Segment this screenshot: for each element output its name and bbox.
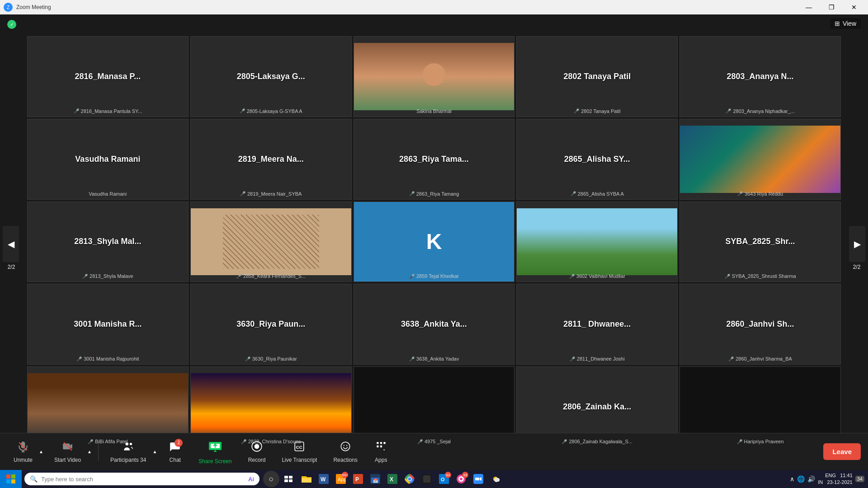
- participant-tile[interactable]: 2816_Manasa P... 🎤 2816_Manasa Pantula S…: [27, 36, 189, 117]
- participant-tile[interactable]: 2811_ Dhwanee... 🎤 2811_Dhwanee Joshi: [516, 284, 678, 365]
- participant-tile[interactable]: 2865_Alisha SY... 🎤 2865_Alisha SYBA A: [516, 119, 678, 200]
- start-menu-button[interactable]: [0, 470, 22, 488]
- participant-tile[interactable]: 2863_Riya Tama... 🎤 2863_Riya Tamang: [354, 119, 515, 200]
- time-display: ENG 11:41: [818, 472, 852, 479]
- mute-icon: 🎤: [236, 274, 241, 279]
- participant-photo: [354, 43, 514, 110]
- participant-tile[interactable]: 🎤 2858_Keara Fernandes_S...: [190, 202, 352, 282]
- participant-tile[interactable]: K 🎤 2859 Tejal Khedkar: [354, 202, 515, 282]
- participant-tile[interactable]: Sakina Bharmal: [354, 36, 515, 117]
- participant-display-name: 2819_Meera Na...: [236, 153, 306, 166]
- mute-icon: 🎤: [728, 357, 734, 361]
- svg-rect-25: [6, 479, 10, 483]
- toolbar-separator: [98, 443, 99, 461]
- participant-tile[interactable]: 2802 Tanaya Patil 🎤 2802 Tanaya Patil: [516, 36, 678, 117]
- taskbar-apps-badge-app[interactable]: Apps 99+: [333, 471, 349, 487]
- network-icon[interactable]: 🌐: [797, 475, 805, 483]
- zoom-logo: Z: [4, 3, 13, 12]
- minimize-button[interactable]: —: [798, 0, 819, 14]
- close-button[interactable]: ✕: [844, 0, 864, 14]
- nav-prev-button[interactable]: ◀: [3, 226, 19, 262]
- participant-username: 🎤 2819_Meera Nair_SYBA: [191, 190, 351, 197]
- participant-display-name: 3001 Manisha R...: [72, 318, 143, 331]
- participant-username: 🎤 2803_Ananya Niphadkar_...: [680, 108, 840, 115]
- participant-tile[interactable]: 2860_Janhvi Sh... 🎤 2860_Janhvi Sharma_B…: [679, 284, 841, 365]
- participant-username: 🎤 3001 Manisha Rajpurohit: [28, 355, 188, 362]
- svg-rect-23: [6, 474, 10, 479]
- svg-text:O: O: [441, 477, 445, 482]
- svg-text:+: +: [383, 447, 385, 452]
- share-screen-label: Share Screen: [198, 458, 231, 465]
- search-icon: 🔍: [30, 475, 38, 483]
- unmute-label: Unmute: [14, 457, 33, 463]
- participant-username: 🎤 Haripriya Praveen: [680, 438, 840, 445]
- notification-count[interactable]: 34: [855, 476, 864, 482]
- participant-tile[interactable]: 3630_Riya Paun... 🎤 3630_Riya Paunikar: [190, 284, 352, 365]
- participant-tile[interactable]: 3638_Ankita Ya... 🎤 3638_Ankita Yadav: [354, 284, 515, 365]
- taskbar-excel-app[interactable]: X: [384, 471, 401, 487]
- taskbar-calendar-app[interactable]: 📅: [367, 471, 383, 487]
- start-video-label: Start Video: [54, 457, 81, 463]
- task-view-button[interactable]: [280, 471, 297, 487]
- svg-rect-47: [423, 475, 430, 483]
- participant-username: Sakina Bharmal: [354, 108, 514, 115]
- ai-label[interactable]: Ai: [248, 476, 254, 483]
- volume-icon[interactable]: 🔊: [807, 475, 815, 483]
- nav-next-button[interactable]: ▶: [849, 226, 865, 262]
- participant-display-name: 2811_ Dhwanee...: [561, 318, 632, 331]
- participants-arrow[interactable]: ▲: [151, 447, 158, 456]
- taskbar-word-app[interactable]: W: [316, 471, 332, 487]
- participant-tile[interactable]: 2813_Shyla Mal... 🎤 2813_Shyla Malave: [27, 202, 189, 282]
- taskbar-outlook-app[interactable]: O 84: [436, 471, 452, 487]
- grid-icon: ⊞: [835, 20, 840, 27]
- mute-icon: 🎤: [571, 191, 576, 196]
- mute-icon: 🎤: [561, 439, 567, 444]
- participant-tile[interactable]: 2819_Meera Na... 🎤 2819_Meera Nair_SYBA: [190, 119, 352, 200]
- reactions-label: Reactions: [333, 457, 357, 463]
- participants-grid: 2816_Manasa P... 🎤 2816_Manasa Pantula S…: [27, 36, 841, 447]
- mute-icon: 🎤: [409, 191, 415, 196]
- video-arrow[interactable]: ▲: [86, 447, 93, 456]
- participant-tile[interactable]: Vasudha Ramani Vasudha Ramani: [27, 119, 189, 200]
- view-button[interactable]: ⊞ View: [830, 18, 861, 29]
- svg-rect-29: [284, 479, 288, 482]
- outlook-badge: 84: [445, 472, 451, 478]
- taskbar-black-app[interactable]: [419, 471, 435, 487]
- participant-tile[interactable]: 3001 Manisha R... 🎤 3001 Manisha Rajpuro…: [27, 284, 189, 365]
- participant-username: 🎤 2865_Alisha SYBA A: [517, 190, 677, 197]
- maximize-button[interactable]: ❐: [821, 0, 842, 14]
- participant-tile[interactable]: 2803_Ananya N... 🎤 2803_Ananya Niphadkar…: [679, 36, 841, 117]
- participant-tile[interactable]: 🎤 3643 Riya Reddu: [679, 119, 841, 200]
- chevron-up-icon[interactable]: ∧: [790, 475, 794, 483]
- participant-tile[interactable]: 🎤 3602 Vaibhavi Mudliar: [516, 202, 678, 282]
- participant-username: 🎤 SYBA_2825_Shrusti Sharma: [680, 272, 840, 280]
- cortana-button[interactable]: ○: [263, 471, 279, 487]
- taskbar-colorful-app[interactable]: 39: [453, 471, 469, 487]
- view-label: View: [843, 20, 856, 27]
- participant-display-name: SYBA_2825_Shr...: [724, 235, 797, 248]
- participant-username: 🎤 3643 Riya Reddu: [680, 190, 840, 197]
- svg-rect-19: [377, 445, 378, 447]
- mute-icon: 🎤: [245, 357, 250, 361]
- search-input[interactable]: [41, 476, 245, 483]
- participant-photo: [191, 373, 351, 441]
- leave-button[interactable]: Leave: [823, 443, 861, 460]
- unmute-arrow[interactable]: ▲: [38, 447, 44, 456]
- svg-text:X: X: [390, 476, 393, 483]
- participant-display-name: 3630_Riya Paun...: [235, 318, 307, 331]
- apps-badge: 99+: [342, 472, 348, 478]
- participant-display-name: 2816_Manasa P...: [73, 70, 143, 83]
- taskbar-weather-app[interactable]: [487, 471, 504, 487]
- security-shield-icon: ✓: [7, 20, 16, 29]
- taskbar-zoom-app[interactable]: [470, 471, 486, 487]
- clock-display[interactable]: ENG 11:41 IN 23-12-2021: [818, 472, 852, 486]
- svg-rect-26: [11, 479, 15, 483]
- taskbar-search-box[interactable]: 🔍 Ai: [24, 473, 259, 485]
- participant-tile[interactable]: SYBA_2825_Shr... 🎤 SYBA_2825_Shrusti Sha…: [679, 202, 841, 282]
- taskbar-explorer-app[interactable]: [298, 471, 315, 487]
- participant-tile[interactable]: 2805-Laksaya G... 🎤 2805-Laksaya G-SYBA …: [190, 36, 352, 117]
- participant-username: 🎤 2859 Tejal Khedkar: [354, 272, 514, 280]
- mute-icon: 🎤: [569, 274, 575, 279]
- taskbar-powerpoint-app[interactable]: P: [350, 471, 366, 487]
- taskbar-chrome-app[interactable]: [401, 471, 418, 487]
